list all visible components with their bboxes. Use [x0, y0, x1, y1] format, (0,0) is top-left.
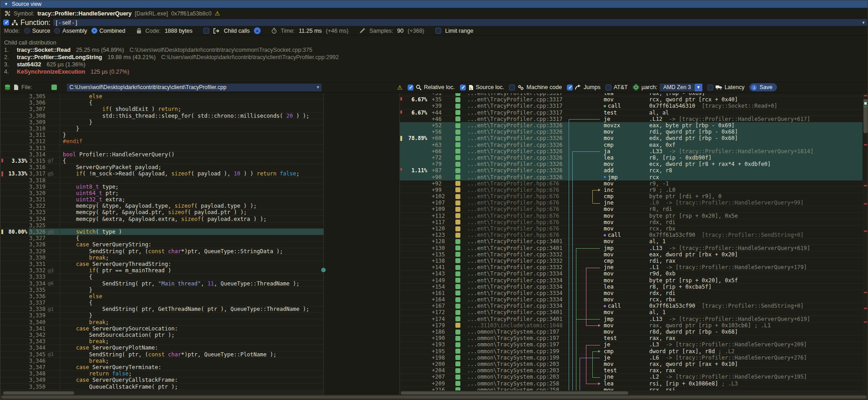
source-line[interactable]: 3,332@3 if( ptr == m_mainThread )	[0, 267, 323, 274]
toggle-source-loc[interactable]: Source loc.	[460, 84, 505, 90]
source-line[interactable]: 3,306 {	[0, 100, 323, 106]
asm-row[interactable]: +109...ent\TracyProfiler.hpp:676movr8, r…	[400, 206, 868, 212]
file-path-combo[interactable]: C:\Users\wolf\Desktop\darkrl\contrib\tra…	[67, 84, 322, 91]
source-line[interactable]: 3,312#endif	[0, 138, 323, 145]
toggle-machine-code[interactable]: Machine code	[509, 84, 562, 90]
asm-row[interactable]: +209...ommon\TracySystem.cpp:258learsi, …	[400, 380, 868, 386]
asm-row[interactable]: +112...ent\TracyProfiler.hpp:676movbyte …	[400, 213, 868, 219]
asm-row[interactable]: +174...ent\TracyProfiler.cpp:3401jmp.L13…	[400, 316, 868, 322]
source-line[interactable]: 3.33%3,315@7{	[0, 158, 323, 164]
source-line[interactable]: 3,343 break;	[0, 338, 323, 345]
source-line[interactable]: 3,329 SendString( ptr, (const char*)ptr,…	[0, 248, 323, 255]
source-line[interactable]: 3,348 return false;	[0, 370, 323, 377]
source-line[interactable]: 3,342 SendSourceLocation( ptr );	[0, 332, 323, 338]
child-calls-checkbox[interactable]	[203, 28, 209, 34]
source-line[interactable]: 3,322 memcpy( &type, &payload.type, size…	[0, 203, 323, 209]
mode-source[interactable]: Source	[24, 28, 50, 34]
asm-row[interactable]: 1.11%+87...ent\TracyProfiler.cpp:3326add…	[400, 167, 868, 174]
source-line[interactable]: 3,340 break;	[0, 319, 323, 325]
uarch-combo[interactable]: AMD Zen 3 ▼	[660, 84, 702, 91]
source-line[interactable]: 3,337 {	[0, 300, 323, 306]
source-line[interactable]: 3,346 break;	[0, 358, 323, 364]
source-line[interactable]: 3,344 case ServerQueryPlotName:	[0, 345, 323, 351]
source-line[interactable]: 3,305 else	[0, 93, 323, 100]
source-line[interactable]: 3,328 case ServerQueryString:	[0, 241, 323, 248]
source-line[interactable]: 3,308 std::this_thread::sleep_for( std::…	[0, 113, 323, 119]
function-checkbox[interactable]	[3, 20, 9, 25]
radio-combined[interactable]	[91, 28, 97, 34]
asm-row[interactable]: +72...ent\TracyProfiler.cpp:3326lear8, […	[400, 155, 868, 161]
source-line[interactable]: 3,320 uint64_t ptr;	[0, 190, 323, 196]
asm-row[interactable]: +52...ent\TracyProfiler.cpp:3326movzxeax…	[400, 122, 868, 129]
asm-row[interactable]: +190...ommon\TracySystem.cpp:197testrax,…	[400, 335, 868, 341]
asm-row[interactable]: +128...ent\TracyProfiler.cpp:3401moval, …	[400, 238, 868, 245]
mode-assembly[interactable]: Assembly	[54, 28, 87, 34]
asm-row[interactable]: +143...ent\TracyProfiler.cpp:3334movr9d,…	[400, 270, 868, 277]
asm-row[interactable]: 6.67%+44...ent\TracyProfiler.cpp:3317tes…	[400, 110, 868, 116]
scrollbar-thumb[interactable]	[401, 391, 628, 395]
asm-row[interactable]: +172...ent\TracyProfiler.cpp:3401moval, …	[400, 309, 868, 315]
asm-row[interactable]: +193...ommon\TracySystem.cpp:197je.L3 ->…	[400, 341, 868, 348]
source-line[interactable]: 3,349 case ServerQueryCallstackFrame:	[0, 377, 323, 383]
asm-row[interactable]: +154...ent\TracyProfiler.cpp:3334lear8, …	[400, 284, 868, 290]
child-call-item[interactable]: 2.tracy::Profiler::SendLongString19.88 m…	[0, 54, 868, 61]
toggle-jumps[interactable]: Jumps	[567, 84, 601, 90]
source-line[interactable]: 3,339 }	[0, 312, 323, 319]
toggle-att[interactable]: AT&T	[606, 84, 628, 90]
scrollbar-thumb[interactable]	[863, 100, 868, 133]
asm-row[interactable]: +102...ent\TracyProfiler.hpp:676cmpbyte …	[400, 193, 868, 200]
scrollbar-thumb[interactable]	[1, 395, 867, 399]
source-line[interactable]: 3,318	[0, 177, 323, 183]
asm-row[interactable]: +123...ent\TracyProfiler.hpp:676call0x7f…	[400, 232, 868, 238]
source-line[interactable]: 3,313	[0, 145, 323, 151]
asm-row[interactable]: +99...ent\TracyProfiler.hpp:676incr9 ; .…	[400, 187, 868, 193]
source-line[interactable]: 3,324 memcpy( &extra, &payload.extra, si…	[0, 216, 323, 222]
asm-row[interactable]: 6.67%+35...ent\TracyProfiler.cpp:3317mov…	[400, 96, 868, 103]
assembly-vscrollbar[interactable]	[863, 93, 868, 390]
asm-row[interactable]: +46...ent\TracyProfiler.cpp:3317je.L12 -…	[400, 116, 868, 122]
source-line[interactable]: 3,350 QueueCallstackFrame( ptr );	[0, 383, 323, 390]
source-line[interactable]: 3,319 uint8_t type;	[0, 184, 323, 190]
source-line[interactable]: 3,321 uint32_t extra;	[0, 196, 323, 203]
chevron-down-icon[interactable]: ▼	[695, 84, 702, 91]
chevron-down-icon[interactable]: ▼	[314, 85, 322, 90]
source-line[interactable]: 80.00%3,326@9 switch( type )	[0, 229, 323, 235]
source-line[interactable]: 3,325	[0, 222, 323, 229]
source-line[interactable]: 3,336 else	[0, 293, 323, 300]
radio-assembly[interactable]	[54, 28, 60, 34]
scrollbar-thumb[interactable]	[3, 391, 74, 395]
asm-row[interactable]: +164...ent\TracyProfiler.cpp:3334movrcx,…	[400, 296, 868, 303]
limit-range-checkbox[interactable]	[435, 28, 441, 34]
asm-row[interactable]: +117...ent\TracyProfiler.hpp:676movrdx, …	[400, 219, 868, 225]
source-line[interactable]: 3,307 if( shouldExit ) return;	[0, 106, 323, 112]
titlebar[interactable]: ▼ Source view	[0, 0, 868, 8]
asm-row[interactable]: +161...ent\TracyProfiler.cpp:3334movrdx,…	[400, 290, 868, 296]
toggle-relative-loc[interactable]: Relative loc.	[408, 84, 455, 90]
asm-row[interactable]: +135...ent\TracyProfiler.cpp:3332moveax,…	[400, 251, 868, 258]
toggle-latency[interactable]: Latency	[707, 84, 745, 90]
child-call-item[interactable]: 3.stat64i32625 µs (1.36%)	[0, 61, 868, 68]
source-line[interactable]: 3,345@1 SendString( ptr, (const char*)pt…	[0, 351, 323, 358]
source-line[interactable]: 3,334@6 SendString( ptr, "Main thread", …	[0, 280, 323, 286]
source-line[interactable]: 13.33%3,317@5 if( !m_sock->Read( &payloa…	[0, 170, 323, 177]
asm-row[interactable]: +138...ent\TracyProfiler.cpp:3332cmprdi,…	[400, 258, 868, 264]
asm-row[interactable]: +141...ent\TracyProfiler.cpp:3332jne.L1 …	[400, 264, 868, 270]
source-line[interactable]: 3,333 {	[0, 274, 323, 280]
function-combo[interactable]: [ - self - ] ▼	[53, 19, 867, 26]
asm-row[interactable]: +31...ent\TracyProfiler.cpp:3317leardx, …	[400, 93, 868, 96]
asm-row[interactable]: +79...ent\TracyProfiler.cpp:3326movecx, …	[400, 161, 868, 167]
source-line[interactable]: 3,330 break;	[0, 255, 323, 261]
asm-row[interactable]: +63...ent\TracyProfiler.cpp:3326cmpeax, …	[400, 142, 868, 148]
asm-row[interactable]: +204...ommon\TracySystem.cpp:203testrax,…	[400, 367, 868, 374]
chevron-down-icon[interactable]: ▼	[860, 20, 867, 25]
source-line[interactable]: 3,341 case ServerQuerySourceLocation:	[0, 325, 323, 332]
child-call-item[interactable]: 1.tracy::Socket::Read25.25 ms (54.89%)C:…	[0, 46, 868, 54]
asm-row[interactable]: +207...ommon\TracySystem.cpp:203jne.L2 -…	[400, 374, 868, 380]
source-line[interactable]: 3,314bool Profiler::HandleServerQuery()	[0, 151, 323, 158]
source-line[interactable]: 3,311}	[0, 132, 323, 138]
splitter-handle[interactable]	[321, 268, 326, 272]
asm-row[interactable]: +167...ent\TracyProfiler.cpp:3334call0x7…	[400, 303, 868, 309]
source-line[interactable]: 3,327 {	[0, 235, 323, 241]
asm-row[interactable]: +130...ent\TracyProfiler.cpp:3401jmp.L13…	[400, 245, 868, 251]
asm-row[interactable]: +39...ent\TracyProfiler.cpp:3317call0x7f…	[400, 103, 868, 109]
